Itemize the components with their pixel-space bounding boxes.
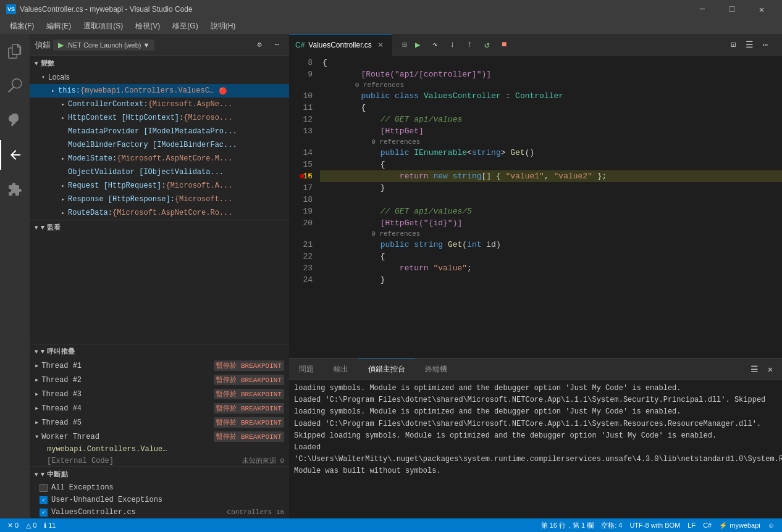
tab-problems[interactable]: 問題	[289, 359, 324, 380]
bp-all-checkbox[interactable]	[40, 484, 48, 492]
error-count: 0	[15, 522, 19, 529]
bp-all-label: All Exceptions	[51, 483, 114, 492]
step-into-button[interactable]: ↓	[445, 38, 459, 51]
status-language[interactable]: C#	[700, 522, 714, 529]
req-name: Request [HttpRequest]	[68, 181, 161, 190]
response[interactable]: ▸ Response [HttpResponse] : {Microsoft..…	[30, 193, 289, 206]
console-line-1: loading symbols. Module is optimized and…	[294, 383, 777, 394]
bp-all-exceptions[interactable]: All Exceptions	[30, 481, 289, 494]
thread-2[interactable]: ▸ Thread #2 暫停於 BREAKPOINT	[30, 373, 289, 387]
close-button[interactable]: ✕	[747, 0, 776, 19]
controller-context[interactable]: ▸ ControllerContext : {Microsoft.AspNe..…	[30, 98, 289, 111]
maximize-button[interactable]: □	[718, 0, 746, 19]
http-context[interactable]: ▸ HttpContext [HttpContext] : {Microso..…	[30, 111, 289, 125]
title-bar-left: VS ValuesController.cs - mywebapi - Visu…	[6, 4, 193, 14]
status-info[interactable]: ℹ 11	[41, 522, 58, 530]
status-project[interactable]: ⚡ mywebapi	[717, 522, 763, 530]
code-line-14: public IEnumerable<string> Get()	[320, 147, 782, 159]
status-errors[interactable]: ✕ 0	[5, 522, 21, 530]
breakpoints-header[interactable]: ▾ ▾ 中斷點	[30, 467, 289, 481]
bp-user-unhandled[interactable]: User-Unhandled Exceptions	[30, 494, 289, 506]
menu-edit[interactable]: 編輯(E)	[41, 20, 76, 33]
thread-5[interactable]: ▸ Thread #5 暫停於 BREAKPOINT	[30, 415, 289, 430]
editor-tab-values-controller[interactable]: C# ValuesController.cs ✕	[289, 34, 392, 56]
code-line-24: }	[320, 274, 782, 286]
this-variable[interactable]: ▸ this : {mywebapi.Controllers.ValuesCon…	[30, 84, 289, 98]
route-data[interactable]: ▸ RouteData : {Microsoft.AspNetCore.Ro..…	[30, 206, 289, 220]
tab-debug-console[interactable]: 偵錯主控台	[358, 359, 415, 380]
stop-button[interactable]: ■	[497, 38, 511, 51]
debug-more-button[interactable]: ⋯	[269, 38, 284, 52]
cs-file-icon: C#	[295, 41, 305, 49]
watch-header[interactable]: ▾ ▾ 監看	[30, 220, 289, 235]
thread-2-status: 暫停於 BREAKPOINT	[214, 375, 284, 385]
object-validator[interactable]: ObjectValidator [IObjectValidata...	[30, 165, 289, 179]
debug-session-selector[interactable]: ▶ .NET Core Launch (web) ▼	[53, 39, 154, 51]
ln-14-ref	[289, 137, 313, 147]
panel-close-button[interactable]: ✕	[763, 362, 777, 376]
ln-10-ref	[289, 80, 313, 90]
menu-goto[interactable]: 移至(G)	[167, 20, 203, 33]
resp-value: {Microsoft...	[175, 195, 233, 204]
status-position[interactable]: 第 16 行，第 1 欄	[539, 521, 597, 530]
thread-3[interactable]: ▸ Thread #3 暫停於 BREAKPOINT	[30, 387, 289, 401]
code-lines[interactable]: { [Route("api/[controller]")] 0 referenc…	[320, 56, 782, 358]
step-over-button[interactable]: ↷	[428, 38, 442, 51]
activity-extensions[interactable]	[0, 175, 30, 204]
watch-label: ▾ 監看	[41, 223, 61, 232]
code-content[interactable]: 8 9 10 11 12 13 14 15 16 17 18 19 20	[289, 56, 782, 358]
ln-18: 18	[289, 194, 313, 206]
call-stack-label: ▾ 呼叫推疊	[41, 347, 75, 356]
bp-vc-checkbox[interactable]	[40, 509, 48, 517]
activity-explorer[interactable]	[0, 36, 30, 66]
tab-terminal[interactable]: 終端機	[415, 359, 457, 380]
stack-frame-1[interactable]: mywebapi.Controllers.ValuesControll...	[30, 444, 289, 455]
restart-button[interactable]: ↺	[480, 38, 494, 51]
call-stack-items: ▸ Thread #1 暫停於 BREAKPOINT ▸ Thread #2 暫…	[30, 359, 289, 467]
hc-value: {Microso...	[183, 114, 232, 122]
minimize-button[interactable]: ─	[688, 0, 717, 19]
model-state[interactable]: ▸ ModelState : {Microsoft.AspNetCore.M..…	[30, 152, 289, 165]
locals-header[interactable]: ▾ Locals	[30, 70, 289, 84]
menu-view[interactable]: 檢視(V)	[130, 20, 165, 33]
debug-settings-button[interactable]: ⚙	[252, 38, 267, 52]
bp-user-checkbox[interactable]	[40, 496, 48, 504]
request[interactable]: ▸ Request [HttpRequest] : {Microsoft.A..…	[30, 179, 289, 193]
status-feedback[interactable]: ☺	[765, 522, 777, 529]
debug-console-content[interactable]: loading symbols. Module is optimized and…	[289, 380, 782, 518]
split-editor-button[interactable]: ⊡	[726, 38, 740, 51]
thread-1-chevron-icon: ▸	[35, 361, 39, 370]
variables-label: 變數	[41, 59, 55, 68]
ln-19: 19	[289, 206, 313, 217]
model-binder-factory[interactable]: ModelBinderFactory [IModelBinderFac...	[30, 138, 289, 152]
status-warnings[interactable]: △ 0	[23, 522, 39, 530]
grid-icon: ⊞	[402, 39, 407, 50]
ln-8: 8	[289, 57, 313, 69]
toggle-sidebar-button[interactable]: ☰	[742, 38, 756, 51]
stack-frame-2[interactable]: [External Code] 未知的來源 0	[30, 455, 289, 467]
menu-help[interactable]: 說明(H)	[206, 20, 241, 33]
call-stack-header[interactable]: ▾ ▾ 呼叫推疊	[30, 344, 289, 359]
activity-search[interactable]	[0, 71, 30, 101]
status-encoding[interactable]: UTF-8 with BOM	[627, 522, 683, 529]
variables-section-header[interactable]: ▾ 變數	[30, 56, 289, 70]
continue-button[interactable]: ▶	[411, 38, 424, 51]
status-indent[interactable]: 空格: 4	[599, 521, 624, 530]
code-editor: 8 9 10 11 12 13 14 15 16 17 18 19 20	[289, 56, 782, 518]
more-editor-options[interactable]: ⋯	[759, 38, 772, 51]
step-out-button[interactable]: ↑	[463, 38, 476, 51]
encoding-label: UTF-8 with BOM	[629, 522, 680, 529]
activity-debug[interactable]	[0, 140, 30, 170]
menu-select[interactable]: 選取項目(S)	[78, 20, 128, 33]
menu-file[interactable]: 檔案(F)	[5, 20, 39, 33]
tab-output[interactable]: 輸出	[324, 359, 358, 380]
bp-values-controller[interactable]: ValuesController.cs Controllers 16	[30, 506, 289, 518]
activity-source-control[interactable]	[0, 106, 30, 135]
worker-thread[interactable]: ▾ Worker Thread 暫停於 BREAKPOINT	[30, 430, 289, 444]
status-line-ending[interactable]: LF	[685, 522, 698, 529]
panel-filter-button[interactable]: ☰	[747, 362, 761, 376]
thread-4[interactable]: ▸ Thread #4 暫停於 BREAKPOINT	[30, 401, 289, 415]
metadata-provider[interactable]: MetadataProvider [IModelMetadataPro...	[30, 125, 289, 138]
thread-1[interactable]: ▸ Thread #1 暫停於 BREAKPOINT	[30, 359, 289, 373]
tab-close-button[interactable]: ✕	[376, 40, 385, 50]
